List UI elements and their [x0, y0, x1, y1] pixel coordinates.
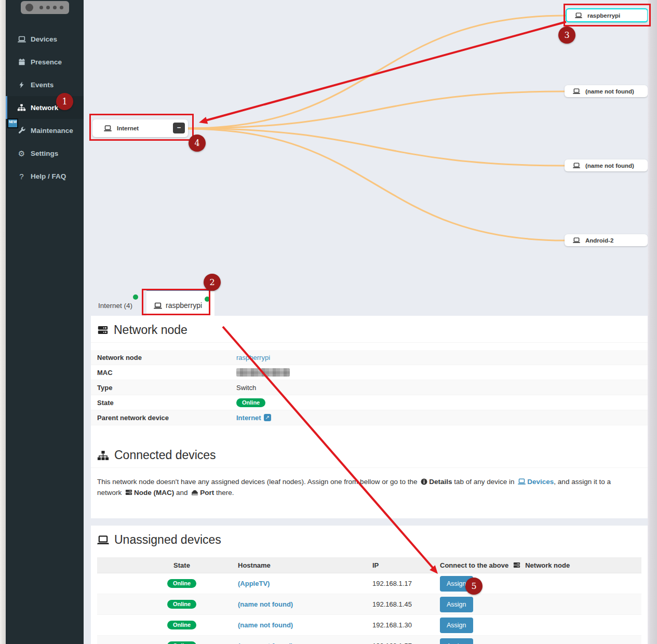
laptop-icon	[573, 237, 580, 244]
annotation-step-2: 2	[204, 274, 221, 291]
status-badge: Online	[167, 579, 196, 588]
topology-node-label: Android-2	[585, 237, 613, 244]
sidebar: Devices Presence Events Network Maintena…	[6, 0, 84, 644]
annotation-step-3: 3	[558, 26, 575, 44]
calendar-icon	[16, 58, 27, 66]
server-icon	[513, 561, 520, 569]
sidebar-item-events[interactable]: Events	[6, 73, 84, 96]
table-row: Online (name not found) 192.168.1.30 Ass…	[97, 615, 641, 636]
device-ip: 192.168.1.30	[366, 621, 434, 629]
table-header-row: State Hostname IP Connect to the above N…	[97, 557, 641, 573]
detail-row-parent: Parent network device Internet ↗	[91, 410, 648, 425]
sidebar-item-label: Events	[31, 81, 53, 89]
laptop-icon	[16, 35, 27, 43]
app-logo	[21, 1, 69, 14]
server-icon	[97, 325, 109, 336]
col-state: State	[97, 561, 238, 569]
window-edge-right	[648, 0, 657, 644]
parent-node-link[interactable]: Internet	[236, 414, 261, 422]
section-title: Connected devices	[114, 448, 216, 462]
sitemap-icon	[16, 104, 27, 111]
sidebar-item-label: Presence	[31, 58, 62, 66]
table-row: Online (name not found) 192.168.1.57 Ass…	[97, 636, 641, 644]
app-window: Devices Presence Events Network Maintena…	[0, 0, 657, 644]
laptop-icon	[97, 534, 109, 545]
detail-row-type: Type Switch	[91, 380, 648, 395]
laptop-icon	[154, 302, 162, 310]
assign-button[interactable]: Assign	[440, 597, 473, 612]
gear-icon: ⚙	[16, 150, 27, 157]
logo-dots	[39, 6, 63, 9]
ethernet-icon	[191, 489, 198, 496]
new-feature-badge: NEW	[7, 118, 18, 128]
sidebar-item-presence[interactable]: Presence	[6, 50, 84, 73]
col-ip: IP	[366, 561, 434, 569]
panel-title: Unassigned devices	[114, 533, 221, 547]
assign-button[interactable]: Assign	[440, 638, 473, 644]
unassigned-devices-header: Unassigned devices	[91, 526, 648, 552]
device-ip: 192.168.1.57	[366, 642, 434, 644]
question-icon: ?	[16, 172, 27, 180]
table-row: Online (name not found) 192.168.1.45 Ass…	[97, 594, 641, 615]
sitemap-icon	[97, 450, 109, 461]
status-badge: Online	[167, 600, 196, 609]
col-connect: Connect to the above Network node	[434, 561, 641, 569]
tab-raspberrypi[interactable]: raspberrypi	[146, 289, 214, 316]
unassigned-devices-table: State Hostname IP Connect to the above N…	[97, 557, 641, 644]
sidebar-item-label: Help / FAQ	[31, 172, 66, 180]
table-row: Online (AppleTV) 192.168.1.17 Assign	[97, 573, 641, 594]
network-node-header: Network node	[91, 316, 648, 343]
collapse-node-button[interactable]: −	[173, 123, 185, 133]
topology-node-android2[interactable]: Android-2	[565, 234, 648, 246]
status-badge: Online	[236, 398, 265, 407]
hostname-link[interactable]: (AppleTV)	[238, 580, 270, 587]
sidebar-item-network[interactable]: Network	[6, 96, 84, 119]
node-type-value: Switch	[236, 384, 256, 392]
sidebar-item-settings[interactable]: ⚙ Settings	[6, 142, 84, 165]
tab-label: raspberrypi	[166, 301, 202, 310]
hostname-link[interactable]: (name not found)	[238, 642, 293, 644]
unassigned-devices-panel: Unassigned devices State Hostname IP Con…	[91, 526, 648, 644]
tab-internet[interactable]: Internet (4)	[91, 289, 140, 316]
laptop-icon	[573, 162, 580, 169]
node-tabs: Internet (4) raspberrypi	[91, 289, 648, 316]
connected-devices-description: This network node doesn't have any assig…	[91, 468, 631, 498]
topology-node-unnamed-2[interactable]: (name not found)	[565, 159, 648, 171]
window-edge-left	[0, 0, 6, 644]
external-link-icon[interactable]: ↗	[264, 414, 271, 421]
node-name-link[interactable]: raspberrypi	[236, 354, 270, 361]
redacted-mac-value	[236, 368, 290, 377]
assign-button[interactable]: Assign	[440, 576, 473, 592]
panel-title: Network node	[114, 323, 187, 337]
online-dot-icon	[133, 294, 138, 300]
online-dot-icon	[205, 297, 210, 302]
laptop-icon	[575, 12, 582, 19]
detail-row-state: State Online	[91, 395, 648, 410]
tab-label: Internet (4)	[98, 302, 132, 310]
hostname-link[interactable]: (name not found)	[238, 621, 293, 629]
assign-button[interactable]: Assign	[440, 618, 473, 633]
topology-node-raspberrypi[interactable]: raspberrypi	[566, 8, 648, 22]
devices-link[interactable]: Devices	[527, 478, 554, 486]
sidebar-item-label: Network	[31, 104, 58, 112]
topology-node-label: Internet	[117, 125, 139, 131]
node-details-table: Network node raspberrypi MAC Type Switch…	[91, 350, 648, 425]
logo-dot	[25, 4, 33, 11]
laptop-icon	[573, 88, 580, 95]
topology-node-internet[interactable]: Internet −	[92, 119, 188, 137]
topology-node-unnamed-1[interactable]: (name not found)	[565, 85, 648, 97]
device-ip: 192.168.1.45	[366, 600, 434, 608]
info-icon	[421, 478, 427, 485]
topology-node-label: (name not found)	[585, 163, 634, 169]
sidebar-nav: Devices Presence Events Network Maintena…	[6, 28, 84, 187]
status-badge: Online	[167, 621, 196, 629]
detail-row-name: Network node raspberrypi	[91, 350, 648, 365]
sidebar-item-label: Settings	[31, 150, 58, 157]
col-hostname: Hostname	[238, 561, 366, 569]
sidebar-item-devices[interactable]: Devices	[6, 28, 84, 50]
laptop-icon	[518, 478, 526, 485]
sidebar-item-help[interactable]: ? Help / FAQ	[6, 165, 84, 187]
device-ip: 192.168.1.17	[366, 580, 434, 587]
status-badge: Online	[167, 641, 196, 644]
hostname-link[interactable]: (name not found)	[238, 600, 293, 608]
